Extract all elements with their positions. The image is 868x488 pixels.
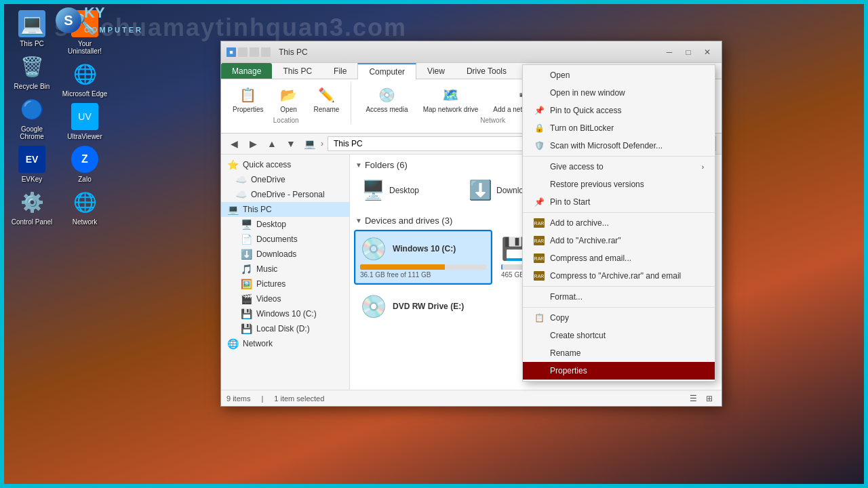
documents-icon: 📄 [240, 234, 252, 245]
ctx-pin-start[interactable]: 📌 Pin to Start [523, 193, 715, 211]
map-network-icon: 🗺️ [441, 85, 460, 104]
tab-file[interactable]: File [323, 63, 357, 79]
status-bar-right: ☰ ⊞ [686, 392, 716, 405]
drive-dvd-e[interactable]: 💿 DVD RW Drive (E:) [355, 289, 491, 324]
status-bar: 9 items | 1 item selected ☰ ⊞ [221, 390, 722, 406]
pc-icon-address: 💻 [304, 138, 315, 149]
ctx-format[interactable]: Format... [523, 288, 715, 306]
sidebar-item-videos[interactable]: 🎬 Videos [221, 291, 349, 306]
desktop-icon-zalo[interactable]: Z Zalo [61, 146, 108, 183]
view-list-button[interactable]: ☰ [686, 392, 700, 405]
title-bar: ■ This PC ─ □ ✕ [221, 41, 722, 63]
desktop-sidebar-icon: 🖥️ [240, 219, 252, 230]
access-media-icon: 💿 [378, 85, 397, 104]
ctx-give-access[interactable]: Give access to › [523, 158, 715, 176]
sidebar-item-music[interactable]: 🎵 Music [221, 262, 349, 277]
network-sidebar-icon: 🌐 [226, 338, 239, 349]
downloads-icon: ⬇️ [240, 249, 252, 260]
ctx-open-new-window[interactable]: Open in new window [523, 84, 715, 102]
sidebar-item-onedrive[interactable]: ☁️ OneDrive [221, 172, 349, 187]
ctx-add-archive[interactable]: RAR Add to archive... [523, 214, 715, 232]
ctx-copy[interactable]: 📋 Copy [523, 309, 715, 327]
sidebar-item-desktop[interactable]: 🖥️ Desktop [221, 217, 349, 232]
desktop-icon-microsoft-edge[interactable]: 🌐 Microsoft Edge [61, 60, 108, 98]
address-separator: › [321, 139, 323, 148]
desktop-icons-col2: 🔧 Your Uninstaller! 🌐 Microsoft Edge UV … [61, 10, 108, 226]
desktop-folder-icon: 🖥️ [361, 179, 385, 201]
pictures-icon: 🖼️ [240, 279, 252, 289]
desktop-icon-ultraviewer[interactable]: UV UltraViewer [61, 103, 108, 140]
ctx-scan-defender[interactable]: 🛡️ Scan with Microsoft Defender... [523, 137, 715, 155]
maximize-button[interactable]: □ [679, 45, 697, 59]
forward-button[interactable]: ▶ [245, 136, 260, 151]
close-button[interactable]: ✕ [698, 45, 716, 59]
sidebar-item-network[interactable]: 🌐 Network [221, 336, 349, 351]
format-ctx-icon [534, 291, 545, 302]
sidebar-item-local-d[interactable]: 💾 Local Disk (D:) [221, 321, 349, 336]
ctx-rename[interactable]: Rename [523, 344, 715, 362]
ctx-bitlocker[interactable]: 🔒 Turn on BitLocker [523, 119, 715, 137]
videos-icon: 🎬 [240, 293, 252, 304]
defender-ctx-icon: 🛡️ [534, 140, 545, 151]
ctx-add-archive-rar[interactable]: RAR Add to "Archive.rar" [523, 232, 715, 249]
local-d-icon: 💾 [240, 323, 252, 334]
sidebar-item-this-pc[interactable]: 💻 This PC [221, 202, 349, 217]
desktop-icon-network[interactable]: 🌐 Network [61, 188, 108, 226]
sidebar-item-downloads[interactable]: ⬇️ Downloads [221, 247, 349, 262]
sidebar-item-pictures[interactable]: 🖼️ Pictures [221, 277, 349, 291]
tab-manage[interactable]: Manage [221, 63, 272, 79]
drive-dvd-top: 💿 DVD RW Drive (E:) [360, 293, 486, 319]
desktop-icon-evkey[interactable]: EV EVKey [8, 146, 56, 183]
drive-dvd-info: DVD RW Drive (E:) [393, 302, 464, 311]
ctx-compress-rar-email[interactable]: RAR Compress to "Archive.rar" and email [523, 267, 715, 285]
ctx-compress-email[interactable]: RAR Compress and email... [523, 249, 715, 267]
rename-icon: ✏️ [317, 85, 336, 104]
open-new-window-ctx-icon [534, 87, 545, 98]
up-button[interactable]: ▲ [264, 136, 279, 151]
ctx-create-shortcut[interactable]: Create shortcut [523, 327, 715, 344]
sidebar-item-documents[interactable]: 📄 Documents [221, 232, 349, 247]
ctx-properties[interactable]: Properties [523, 362, 715, 380]
recent-button[interactable]: ▼ [283, 136, 298, 151]
drive-windows-c[interactable]: 💿 Windows 10 (C:) 36.1 GB free of 111 GB [355, 231, 491, 283]
compress-email-ctx-icon: RAR [534, 253, 545, 264]
ribbon-properties-button[interactable]: 📋 Properties [226, 82, 270, 117]
view-grid-button[interactable]: ⊞ [703, 392, 716, 405]
tab-computer[interactable]: Computer [357, 63, 416, 79]
windows-c-icon: 💾 [240, 308, 252, 319]
context-menu: Open Open in new window 📌 Pin to Quick a… [522, 64, 715, 382]
onedrive-personal-icon: ☁️ [235, 189, 247, 200]
ribbon-location-label: Location [273, 117, 299, 124]
ctx-separator-4 [523, 307, 715, 308]
tab-this-pc[interactable]: This PC [272, 63, 323, 79]
sidebar-item-windows-c[interactable]: 💾 Windows 10 (C:) [221, 306, 349, 321]
ctx-pin-quick-access[interactable]: 📌 Pin to Quick access [523, 102, 715, 119]
minimize-button[interactable]: ─ [660, 45, 678, 59]
ribbon-map-network-button[interactable]: 🗺️ Map network drive [417, 82, 485, 117]
ribbon-access-media-button[interactable]: 💿 Access media [359, 82, 414, 117]
title-text: This PC [279, 47, 308, 57]
folder-desktop[interactable]: 🖥️ Desktop [355, 176, 457, 205]
add-archive-rar-ctx-icon: RAR [534, 235, 545, 246]
desktop-icon-recycle-bin[interactable]: 🗑️ Recycle Bin [8, 53, 56, 90]
open-icon: 📂 [279, 85, 298, 104]
drive-c-bar-container [360, 264, 486, 270]
add-archive-ctx-icon: RAR [534, 218, 545, 228]
title-icon: ■ [226, 47, 236, 57]
desktop-icon-control-panel[interactable]: ⚙️ Control Panel [8, 188, 56, 226]
ribbon-open-button[interactable]: 📂 Open [273, 82, 305, 117]
ribbon-rename-button[interactable]: ✏️ Rename [308, 82, 346, 117]
desktop-icon-google-chrome[interactable]: 🔵 Google Chrome [8, 96, 56, 140]
desktop-icon-this-pc[interactable]: 💻 This PC [8, 10, 56, 47]
sidebar-item-quick-access[interactable]: ⭐ Quick access [221, 157, 349, 172]
properties-ctx-icon [534, 365, 545, 376]
title-icon-3 [250, 47, 259, 57]
tab-view[interactable]: View [416, 63, 456, 79]
sky-logo: S KYCOMPUTER [56, 5, 143, 35]
sidebar-item-onedrive-personal[interactable]: ☁️ OneDrive - Personal [221, 187, 349, 202]
ctx-restore-versions[interactable]: Restore previous versions [523, 176, 715, 193]
give-access-ctx-icon [534, 161, 545, 172]
ctx-open[interactable]: Open [523, 66, 715, 84]
tab-drive-tools[interactable]: Drive Tools [456, 63, 517, 79]
back-button[interactable]: ◀ [226, 136, 241, 151]
